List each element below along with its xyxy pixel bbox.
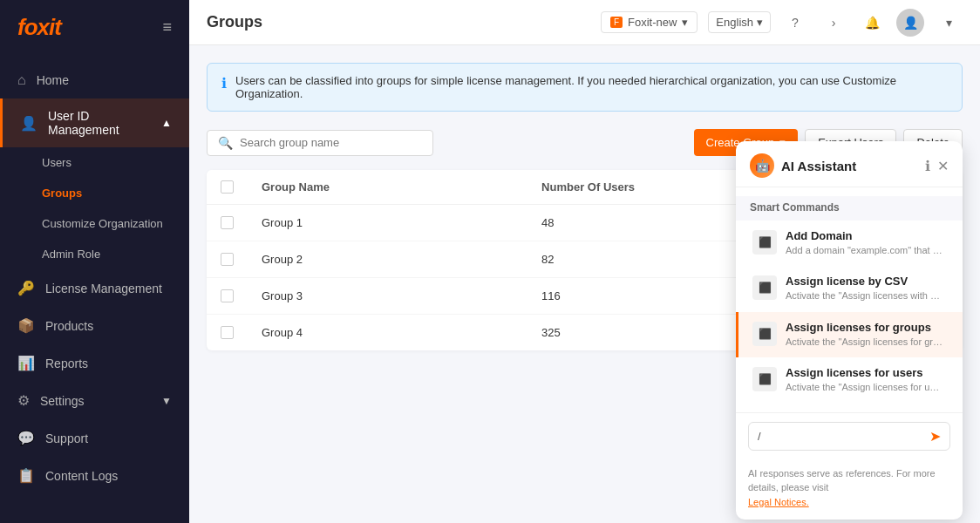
command-icon-add-domain: ⬛ (752, 230, 777, 255)
page-title: Groups (207, 13, 590, 31)
foxit-badge[interactable]: F Foxit-new ▾ (601, 11, 698, 33)
sidebar-item-reports[interactable]: 📊 Reports (0, 344, 189, 382)
products-icon: 📦 (17, 317, 35, 334)
row-checkbox[interactable] (221, 253, 234, 266)
sidebar-item-groups-label: Groups (42, 187, 82, 200)
ai-panel-body: Smart Commands ⬛ Add Domain Add a domain… (736, 187, 963, 412)
ai-avatar: 🤖 (750, 153, 774, 178)
language-label: English (716, 16, 753, 29)
sidebar-item-products-label: Products (45, 319, 93, 333)
command-title-assign-licenses-groups: Assign licenses for groups (786, 321, 943, 334)
row-checkbox-cell (207, 241, 248, 278)
support-icon: 💬 (17, 430, 35, 446)
sidebar-item-license-management-label: License Management (45, 282, 162, 295)
sidebar-item-users[interactable]: Users (0, 147, 189, 178)
select-all-checkbox[interactable] (221, 180, 234, 194)
sidebar-item-content-logs[interactable]: 📋 Content Logs (0, 457, 189, 494)
command-content-assign-licenses-groups: Assign licenses for groups Activate the … (786, 321, 943, 349)
command-item-assign-license-csv[interactable]: ⬛ Assign license by CSV Activate the "As… (736, 266, 963, 311)
row-checkbox-cell (207, 315, 248, 351)
sidebar-item-license-management[interactable]: 🔑 License Management (0, 269, 189, 307)
sidebar-item-home[interactable]: ⌂ Home (0, 62, 189, 98)
command-icon-assign-licenses-users: ⬛ (752, 367, 777, 391)
command-desc-assign-licenses-groups: Activate the "Assign licenses for groups… (786, 336, 943, 349)
ai-panel-footer: AI responses serve as references. For mo… (736, 459, 963, 520)
sidebar-item-products[interactable]: 📦 Products (0, 307, 189, 344)
main-area: Groups F Foxit-new ▾ English ▾ ? › 🔔 👤 ▾… (189, 0, 980, 523)
sidebar-item-user-id-management[interactable]: 👤 User ID Management ▲ (0, 98, 189, 147)
ai-chat-input[interactable] (758, 430, 924, 443)
help-icon: ? (792, 16, 799, 30)
row-checkbox[interactable] (221, 326, 234, 339)
home-icon: ⌂ (17, 72, 26, 88)
hamburger-button[interactable]: ≡ (162, 18, 172, 37)
sidebar-item-home-label: Home (37, 73, 69, 87)
user-icon: 👤 (20, 115, 37, 132)
foxit-badge-label: Foxit-new (628, 16, 677, 29)
page-content: ℹ Users can be classified into groups fo… (189, 45, 980, 523)
ai-panel-header: 🤖 AI Assistant ℹ ✕ (736, 141, 963, 187)
notifications-button[interactable]: 🔔 (858, 9, 886, 37)
info-icon: ℹ (221, 75, 227, 92)
sidebar-logo: foxit ≡ (0, 0, 189, 55)
content-logs-icon: 📋 (17, 467, 35, 484)
command-title-add-domain: Add Domain (786, 229, 943, 242)
ai-panel-title: AI Assistant (781, 159, 918, 173)
chevron-up-icon: ▲ (161, 117, 172, 129)
foxit-icon: F (610, 17, 623, 28)
command-title-assign-licenses-users: Assign licenses for users (786, 366, 943, 379)
sidebar-item-customize-organization[interactable]: Customize Organization (0, 208, 189, 239)
ai-info-button[interactable]: ℹ (925, 158, 930, 174)
logo: foxit (17, 14, 61, 41)
row-checkbox[interactable] (221, 216, 234, 229)
forward-button[interactable]: › (820, 9, 847, 37)
header: Groups F Foxit-new ▾ English ▾ ? › 🔔 👤 ▾ (189, 0, 980, 45)
sidebar-item-content-logs-label: Content Logs (45, 469, 118, 483)
forward-icon: › (832, 16, 836, 30)
command-icon-assign-licenses-groups: ⬛ (752, 322, 777, 346)
sidebar: foxit ≡ ⌂ Home 👤 User ID Management ▲ Us… (0, 0, 189, 523)
account-chevron[interactable]: ▾ (935, 9, 963, 37)
bell-icon: 🔔 (865, 16, 880, 30)
command-item-add-domain[interactable]: ⬛ Add Domain Add a domain "example.com" … (736, 221, 963, 266)
search-input[interactable] (240, 136, 422, 149)
language-selector[interactable]: English ▾ (708, 11, 771, 33)
command-item-assign-licenses-users[interactable]: ⬛ Assign licenses for users Activate the… (736, 357, 963, 403)
sidebar-item-admin-role[interactable]: Admin Role (0, 239, 189, 269)
smart-commands-label: Smart Commands (736, 196, 963, 221)
sidebar-nav: ⌂ Home 👤 User ID Management ▲ Users Grou… (0, 55, 189, 523)
command-item-assign-licenses-groups[interactable]: ⬛ Assign licenses for groups Activate th… (736, 312, 963, 357)
ai-close-button[interactable]: ✕ (937, 158, 949, 174)
help-button[interactable]: ? (781, 9, 809, 37)
user-avatar[interactable]: 👤 (896, 9, 924, 37)
key-icon: 🔑 (17, 280, 35, 296)
row-group-name: Group 1 (248, 205, 527, 241)
sidebar-item-groups[interactable]: Groups (0, 178, 189, 208)
info-banner: ℹ Users can be classified into groups fo… (207, 63, 963, 112)
command-desc-assign-licenses-users: Activate the "Assign licenses for users"… (786, 381, 943, 394)
sidebar-item-reports-label: Reports (45, 357, 88, 370)
search-box[interactable]: 🔍 (207, 130, 433, 156)
command-content-add-domain: Add Domain Add a domain "example.com" th… (786, 229, 943, 257)
ai-legal-notices-link[interactable]: Legal Notices. (748, 495, 950, 510)
command-title-assign-license-csv: Assign license by CSV (786, 275, 943, 288)
avatar-icon: 👤 (903, 16, 918, 30)
command-content-assign-license-csv: Assign license by CSV Activate the "Assi… (786, 275, 943, 302)
language-chevron: ▾ (757, 16, 763, 29)
sidebar-item-customize-organization-label: Customize Organization (42, 217, 163, 230)
sidebar-item-support[interactable]: 💬 Support (0, 419, 189, 457)
sidebar-item-user-id-management-label: User ID Management (48, 109, 151, 137)
ai-input-box: ➤ (748, 422, 950, 451)
search-icon: 🔍 (218, 136, 233, 150)
table-header-check (207, 170, 248, 205)
command-icon-assign-license-csv: ⬛ (752, 275, 777, 300)
row-checkbox[interactable] (221, 289, 234, 302)
row-group-name: Group 2 (248, 241, 527, 278)
sidebar-item-settings[interactable]: ⚙ Settings ▼ (0, 382, 189, 419)
table-header-group-name: Group Name (248, 170, 527, 205)
command-content-assign-licenses-users: Assign licenses for users Activate the "… (786, 366, 943, 394)
ai-send-button[interactable]: ➤ (929, 428, 941, 445)
ai-input-area: ➤ (736, 412, 963, 459)
ai-footer-text: AI responses serve as references. For mo… (748, 468, 936, 493)
row-checkbox-cell (207, 278, 248, 315)
